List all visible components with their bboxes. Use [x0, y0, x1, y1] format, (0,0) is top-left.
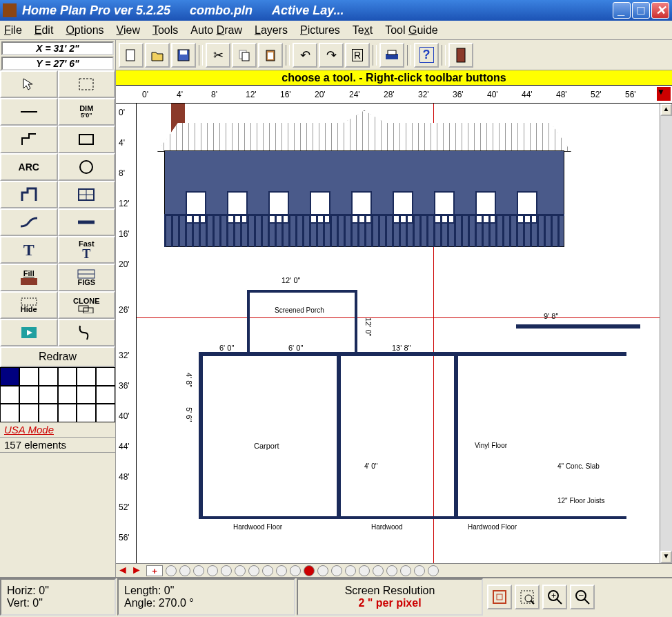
- print-button[interactable]: [379, 43, 404, 68]
- layer-dot[interactable]: [179, 565, 190, 576]
- tool-window[interactable]: [58, 181, 116, 208]
- menu-layers[interactable]: Layers: [255, 24, 288, 37]
- menu-view[interactable]: View: [117, 24, 140, 37]
- tool-rect[interactable]: [58, 126, 116, 153]
- tool-curve[interactable]: [0, 208, 58, 236]
- color-swatch[interactable]: [0, 367, 19, 386]
- color-swatch[interactable]: [77, 404, 96, 422]
- layer-dot[interactable]: [262, 565, 273, 576]
- layer-dot[interactable]: [193, 565, 204, 576]
- tool-line[interactable]: [0, 98, 58, 126]
- tool-polyline[interactable]: [0, 126, 58, 153]
- tool-thick-line[interactable]: [58, 208, 116, 236]
- layer-dot[interactable]: [331, 565, 342, 576]
- menu-file[interactable]: File: [4, 24, 22, 37]
- menu-autodraw[interactable]: Auto Draw: [190, 24, 242, 37]
- color-swatch[interactable]: [19, 386, 39, 404]
- drawing-canvas[interactable]: 12' 0" 12' 0" Screened Porch 6' 0" 6' 0"…: [137, 104, 660, 563]
- menu-toolguide[interactable]: Tool Guide: [385, 24, 438, 37]
- color-swatch[interactable]: [39, 404, 58, 422]
- tool-figs[interactable]: FIGS: [58, 264, 116, 291]
- copy-button[interactable]: [232, 43, 257, 68]
- paste-button[interactable]: [258, 43, 283, 68]
- tool-dim[interactable]: DIM5'0": [58, 98, 116, 126]
- layer-dot[interactable]: [276, 565, 287, 576]
- new-button[interactable]: [119, 43, 144, 68]
- layer-dot[interactable]: [235, 565, 246, 576]
- room-label: Hardwood Floor: [233, 523, 282, 531]
- color-swatch[interactable]: [96, 367, 115, 386]
- color-swatch[interactable]: [58, 367, 77, 386]
- layer-dot[interactable]: [166, 565, 177, 576]
- tool-select[interactable]: [0, 70, 58, 98]
- mode-toggle[interactable]: USA Mode: [0, 422, 115, 437]
- color-swatch[interactable]: [58, 386, 77, 404]
- layer-dot[interactable]: [373, 565, 384, 576]
- scroll-up-icon[interactable]: ▲: [660, 104, 672, 116]
- tool-circle[interactable]: [58, 153, 116, 181]
- menu-edit[interactable]: Edit: [34, 24, 54, 37]
- layer-dot[interactable]: [290, 565, 301, 576]
- close-button[interactable]: ✕: [651, 2, 669, 19]
- color-swatch[interactable]: [77, 367, 96, 386]
- color-swatch[interactable]: [19, 404, 39, 422]
- color-swatch[interactable]: [0, 404, 19, 422]
- layer-dot[interactable]: [400, 565, 411, 576]
- resize-button[interactable]: R: [345, 43, 370, 68]
- tool-freehand[interactable]: [58, 319, 116, 346]
- layer-dot[interactable]: [221, 565, 232, 576]
- color-swatch[interactable]: [0, 386, 19, 404]
- tool-hide[interactable]: Hide: [0, 291, 58, 319]
- door-button[interactable]: [448, 43, 473, 68]
- layer-dot[interactable]: [207, 565, 218, 576]
- vertical-scrollbar[interactable]: ▲ ▼: [660, 104, 672, 563]
- color-swatch[interactable]: [58, 404, 77, 422]
- tool-arc[interactable]: ARC: [0, 153, 58, 181]
- layer-dot[interactable]: [359, 565, 370, 576]
- color-swatch[interactable]: [77, 386, 96, 404]
- layer-dot[interactable]: [248, 565, 259, 576]
- menu-pictures[interactable]: Pictures: [300, 24, 340, 37]
- tool-marquee[interactable]: [58, 70, 116, 98]
- tool-clone[interactable]: CLONE: [58, 291, 116, 319]
- scroll-down-icon[interactable]: ▼: [660, 551, 672, 563]
- save-button[interactable]: [171, 43, 196, 68]
- color-swatch[interactable]: [96, 404, 115, 422]
- layer-dot[interactable]: [414, 565, 425, 576]
- open-button[interactable]: [145, 43, 170, 68]
- menu-text[interactable]: Text: [353, 24, 373, 37]
- tool-screen[interactable]: [0, 319, 58, 346]
- cut-button[interactable]: ✂: [206, 43, 230, 68]
- zoom-extents-icon[interactable]: [487, 585, 512, 609]
- zoom-out-icon[interactable]: –: [570, 585, 595, 609]
- layer-dot[interactable]: [428, 565, 439, 576]
- color-swatch[interactable]: [96, 386, 115, 404]
- layer-dot[interactable]: [345, 565, 356, 576]
- layer-dot[interactable]: [317, 565, 328, 576]
- menu-tools[interactable]: Tools: [152, 24, 178, 37]
- tool-fast-text[interactable]: FastT: [58, 236, 116, 264]
- layer-dot-active[interactable]: [304, 565, 315, 576]
- color-swatch[interactable]: [39, 386, 58, 404]
- zoom-in-icon[interactable]: +: [542, 585, 567, 609]
- layer-dot[interactable]: [386, 565, 397, 576]
- svg-rect-12: [79, 135, 93, 144]
- redraw-button[interactable]: Redraw: [0, 346, 115, 367]
- redo-button[interactable]: ↷: [319, 43, 344, 68]
- tool-wall[interactable]: [0, 181, 58, 208]
- maximize-button[interactable]: □: [632, 2, 650, 19]
- help-button[interactable]: ?: [414, 43, 439, 68]
- svg-rect-18: [21, 278, 37, 285]
- tool-text[interactable]: T: [0, 236, 58, 264]
- scroll-right-icon[interactable]: ►: [130, 564, 144, 577]
- zoom-window-icon[interactable]: [515, 585, 540, 609]
- menu-options[interactable]: Options: [66, 24, 103, 37]
- undo-button[interactable]: ↶: [293, 43, 317, 68]
- color-swatch[interactable]: [39, 367, 58, 386]
- scroll-left-icon[interactable]: ◄: [116, 564, 130, 577]
- minimize-button[interactable]: _: [613, 2, 631, 19]
- color-swatch[interactable]: [19, 367, 39, 386]
- ruler-corner-icon[interactable]: ▼: [657, 87, 671, 101]
- add-layer-button[interactable]: +: [146, 565, 163, 576]
- tool-fill[interactable]: Fill: [0, 264, 58, 291]
